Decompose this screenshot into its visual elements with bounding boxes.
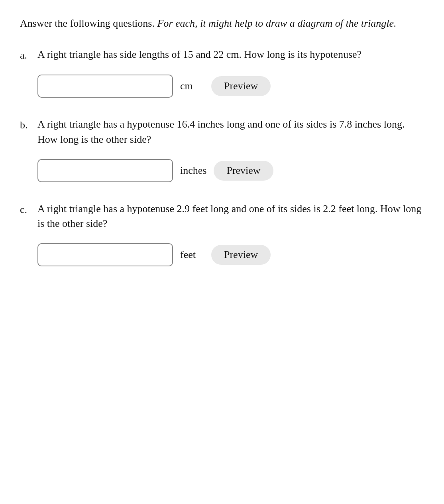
question-a-label: a. A right triangle has side lengths of …: [20, 47, 424, 63]
question-b: b. A right triangle has a hypotenuse 16.…: [20, 117, 424, 182]
question-a-preview-button[interactable]: Preview: [211, 76, 271, 96]
question-c-answer-row: feet Preview: [37, 243, 424, 266]
question-a-answer-row: cm Preview: [37, 75, 424, 98]
question-a-unit: cm: [180, 80, 204, 92]
intro: Answer the following questions. For each…: [20, 16, 424, 31]
question-b-letter: b.: [20, 117, 33, 133]
question-c-input[interactable]: [37, 243, 173, 266]
intro-italic-text: For each, it might help to draw a diagra…: [157, 18, 396, 29]
question-c: c. A right triangle has a hypotenuse 2.9…: [20, 201, 424, 266]
question-c-preview-button[interactable]: Preview: [211, 245, 271, 265]
question-b-label: b. A right triangle has a hypotenuse 16.…: [20, 117, 424, 147]
question-c-letter: c.: [20, 201, 33, 217]
question-a-input[interactable]: [37, 75, 173, 98]
question-c-unit: feet: [180, 249, 204, 261]
question-b-answer-row: inches Preview: [37, 159, 424, 182]
question-b-input[interactable]: [37, 159, 173, 182]
question-a: a. A right triangle has side lengths of …: [20, 47, 424, 98]
question-a-text: A right triangle has side lengths of 15 …: [37, 47, 361, 62]
question-a-letter: a.: [20, 47, 33, 63]
question-b-unit: inches: [180, 165, 206, 177]
question-c-text: A right triangle has a hypotenuse 2.9 fe…: [37, 201, 424, 231]
questions-list: a. A right triangle has side lengths of …: [20, 47, 424, 266]
question-b-preview-button[interactable]: Preview: [214, 161, 273, 181]
question-c-label: c. A right triangle has a hypotenuse 2.9…: [20, 201, 424, 231]
intro-normal-text: Answer the following questions.: [20, 18, 157, 29]
question-b-text: A right triangle has a hypotenuse 16.4 i…: [37, 117, 424, 147]
